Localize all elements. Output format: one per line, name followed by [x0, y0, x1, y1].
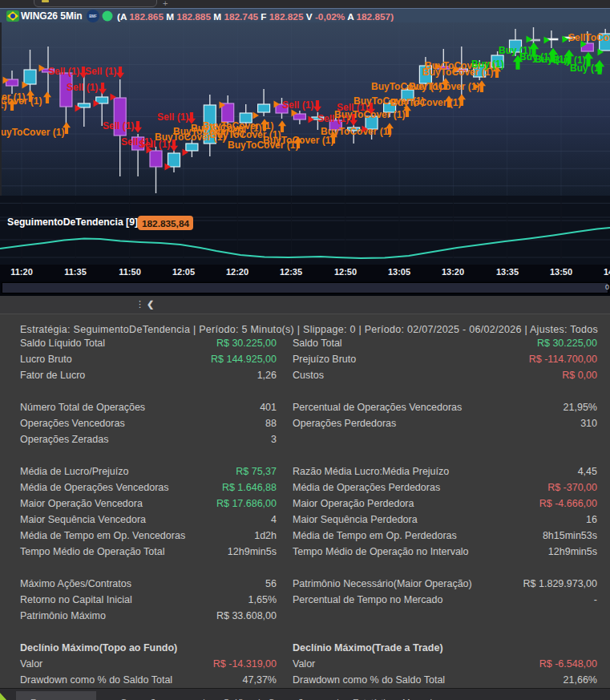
svg-text:BuyToCover (1): BuyToCover (1): [0, 127, 64, 138]
svg-text:Sell (1): Sell (1): [157, 111, 188, 123]
svg-text:Buy (1): Buy (1): [471, 59, 504, 70]
svg-text:Sell (1): Sell (1): [48, 66, 79, 77]
svg-text:BuyToCover (1): BuyToCover (1): [390, 97, 461, 108]
svg-text:Sell (1): Sell (1): [85, 66, 116, 77]
svg-text:BMF: BMF: [89, 14, 97, 18]
svg-text:BuyToCover (1): BuyToCover (1): [334, 109, 405, 120]
svg-text:182.835,84: 182.835,84: [142, 218, 189, 229]
svg-text:SellToCover (1): SellToCover (1): [568, 32, 610, 43]
svg-text:BuyToCover (1): BuyToCover (1): [210, 129, 281, 140]
svg-text:Sell (1): Sell (1): [103, 120, 134, 132]
svg-text:Sell (1): Sell (1): [282, 99, 313, 111]
svg-text:BuyToCover (1): BuyToCover (1): [409, 81, 479, 92]
svg-text:Sell (1): Sell (1): [67, 82, 98, 93]
svg-text:BuyToCover (1): BuyToCover (1): [321, 126, 391, 137]
svg-text:SeguimentoDeTendencia [9]: SeguimentoDeTendencia [9]: [7, 216, 138, 228]
